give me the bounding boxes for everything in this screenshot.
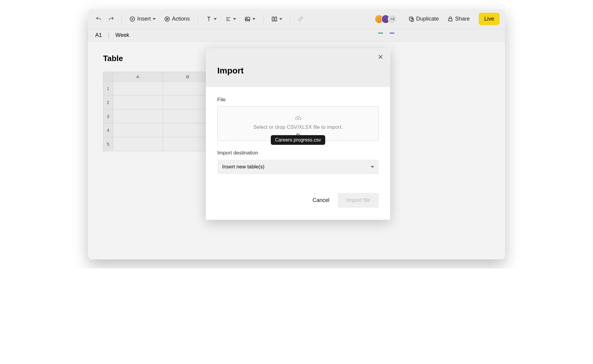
cancel-button[interactable]: Cancel bbox=[313, 197, 329, 203]
app-window: Insert Actions bbox=[88, 9, 505, 259]
chevron-down-icon bbox=[233, 18, 236, 20]
text-style-button[interactable] bbox=[203, 14, 220, 24]
cell[interactable] bbox=[163, 137, 213, 151]
cell[interactable] bbox=[163, 82, 213, 96]
cell-reference-bar: A1 | Week bbox=[88, 29, 505, 42]
live-button[interactable]: Live bbox=[479, 13, 500, 25]
plus-circle-icon bbox=[129, 16, 135, 22]
chevron-down-icon bbox=[371, 166, 374, 168]
divider bbox=[263, 15, 264, 23]
cell[interactable] bbox=[113, 137, 163, 151]
modal-footer: Cancel Import file bbox=[206, 184, 390, 220]
file-label: File bbox=[217, 97, 379, 103]
undo-button[interactable] bbox=[93, 14, 104, 24]
modal-body: File Select or drop CSV/XLSX file to imp… bbox=[206, 87, 390, 184]
svg-rect-4 bbox=[272, 17, 274, 21]
close-icon bbox=[378, 54, 384, 60]
presence-indicator bbox=[390, 33, 394, 34]
chevron-down-icon bbox=[153, 18, 156, 20]
destination-label: Import destination bbox=[217, 150, 379, 156]
spreadsheet-table[interactable]: A B 1 2 3 4 5 bbox=[103, 72, 213, 151]
play-circle-icon bbox=[164, 16, 170, 22]
row-header[interactable]: 2 bbox=[103, 96, 113, 109]
text-icon bbox=[206, 16, 212, 22]
dragged-file-tooltip: Careers progress.csv bbox=[271, 135, 325, 145]
share-label: Share bbox=[455, 16, 470, 22]
share-button[interactable]: Share bbox=[444, 14, 473, 24]
cell[interactable] bbox=[113, 109, 163, 123]
chevron-down-icon bbox=[252, 18, 255, 20]
redo-button[interactable] bbox=[106, 14, 116, 24]
layout-icon bbox=[271, 16, 277, 22]
column-header[interactable]: B bbox=[163, 72, 213, 82]
import-file-button[interactable]: Import file bbox=[338, 193, 379, 208]
row-header[interactable]: 4 bbox=[103, 123, 113, 137]
layout-button[interactable] bbox=[268, 14, 285, 24]
divider bbox=[121, 15, 122, 23]
cloud-upload-icon bbox=[294, 115, 302, 121]
dropzone-text: Select or drop CSV/XLSX file to import. bbox=[224, 124, 372, 130]
row-header[interactable]: 3 bbox=[103, 109, 113, 123]
modal-header: Import bbox=[206, 48, 390, 87]
align-icon bbox=[225, 16, 231, 22]
eraser-button[interactable] bbox=[295, 14, 306, 24]
cell[interactable] bbox=[113, 123, 163, 137]
cell[interactable] bbox=[163, 109, 213, 123]
divider: | bbox=[108, 32, 109, 38]
presence-avatars: +4 bbox=[377, 15, 397, 24]
cell[interactable] bbox=[113, 82, 163, 96]
row-header[interactable]: 1 bbox=[103, 82, 113, 96]
svg-rect-7 bbox=[449, 18, 452, 21]
destination-select[interactable]: Insert new table(s) bbox=[217, 160, 379, 174]
modal-title: Import bbox=[217, 66, 379, 76]
divider bbox=[290, 15, 290, 23]
chevron-down-icon bbox=[279, 18, 282, 20]
file-dropzone[interactable]: Select or drop CSV/XLSX file to import. … bbox=[217, 106, 379, 141]
column-header[interactable]: A bbox=[113, 72, 163, 82]
cell[interactable] bbox=[163, 96, 213, 109]
duplicate-label: Duplicate bbox=[416, 16, 439, 22]
actions-label: Actions bbox=[172, 16, 190, 22]
image-icon bbox=[245, 16, 251, 22]
chevron-down-icon bbox=[214, 18, 217, 20]
svg-point-1 bbox=[165, 17, 170, 21]
destination-value: Insert new table(s) bbox=[222, 164, 264, 170]
insert-label: Insert bbox=[137, 16, 151, 22]
duplicate-icon bbox=[408, 16, 414, 22]
presence-indicator bbox=[378, 33, 383, 34]
divider bbox=[198, 15, 198, 23]
image-button[interactable] bbox=[241, 14, 258, 24]
svg-rect-5 bbox=[275, 17, 277, 21]
import-modal: Import File Select or drop CSV/XLSX file… bbox=[206, 48, 390, 220]
redo-icon bbox=[108, 16, 114, 22]
cell-value[interactable]: Week bbox=[115, 32, 129, 38]
avatar-more[interactable]: +4 bbox=[388, 15, 397, 24]
lock-icon bbox=[447, 16, 453, 22]
duplicate-button[interactable]: Duplicate bbox=[405, 14, 442, 24]
row-header[interactable]: 5 bbox=[103, 137, 113, 151]
cell[interactable] bbox=[163, 123, 213, 137]
close-button[interactable] bbox=[378, 54, 384, 60]
actions-button[interactable]: Actions bbox=[161, 14, 193, 24]
insert-button[interactable]: Insert bbox=[126, 14, 159, 24]
corner-cell[interactable] bbox=[103, 72, 113, 82]
cell-reference[interactable]: A1 bbox=[95, 32, 102, 38]
align-button[interactable] bbox=[222, 14, 239, 24]
eraser-icon bbox=[297, 16, 303, 22]
cell[interactable] bbox=[113, 96, 163, 109]
toolbar: Insert Actions bbox=[88, 9, 505, 29]
undo-icon bbox=[96, 16, 102, 22]
